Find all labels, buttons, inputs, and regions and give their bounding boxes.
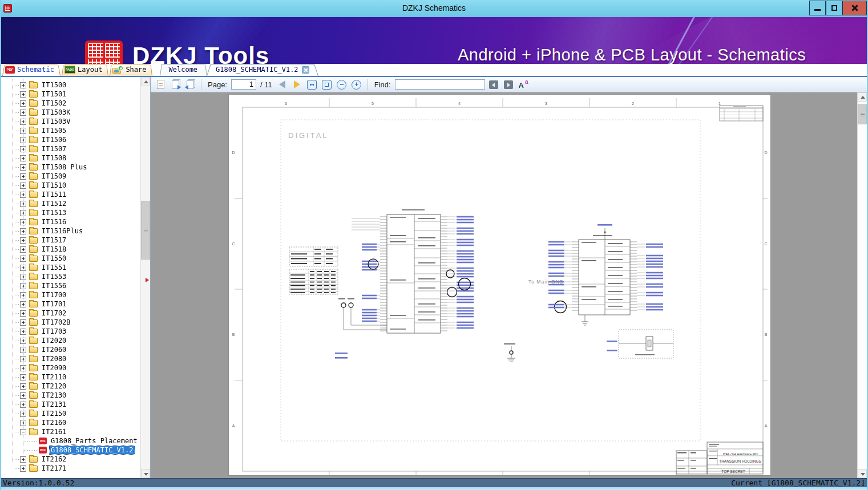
tree-item[interactable]: IT1508 (1, 153, 140, 163)
viewer-scrollbar[interactable] (857, 92, 867, 478)
expand-icon[interactable] (20, 329, 26, 335)
expand-icon[interactable] (20, 338, 26, 344)
tree-item[interactable]: IT1505 (1, 126, 140, 135)
expand-icon[interactable] (20, 82, 26, 88)
tree-item[interactable]: IT2020 (1, 336, 140, 345)
fit-page-button[interactable] (321, 78, 333, 91)
expand-icon[interactable] (20, 119, 26, 125)
minimize-button[interactable] (809, 1, 826, 15)
find-next-button[interactable] (502, 78, 515, 91)
tree-item[interactable]: IT1501 (1, 90, 140, 99)
previous-page-button[interactable] (276, 78, 289, 91)
tree-item[interactable]: IT1517 (1, 236, 140, 245)
expand-icon[interactable] (20, 256, 26, 262)
tree-item[interactable]: IT1502 (1, 99, 140, 108)
expand-icon[interactable] (20, 201, 26, 207)
expand-icon[interactable] (20, 237, 26, 244)
tree-item[interactable]: IT1700 (1, 290, 140, 299)
tree-item[interactable]: IT1703 (1, 327, 140, 336)
tree-item[interactable]: IT2131 (1, 400, 140, 409)
expand-icon[interactable] (20, 183, 26, 189)
tree-item[interactable]: IT1551 (1, 263, 140, 272)
tab-share[interactable]: Share (110, 63, 152, 76)
doc-tab-welcome[interactable]: Welcome (160, 63, 207, 76)
expand-icon[interactable] (20, 173, 26, 180)
tree-item[interactable]: IT2130 (1, 391, 140, 400)
tree-item[interactable]: IT2171 (1, 464, 140, 473)
close-button[interactable] (842, 1, 867, 15)
find-input[interactable] (395, 79, 485, 90)
expand-icon[interactable] (20, 456, 26, 463)
tree-item[interactable]: IT1516 (1, 217, 140, 226)
rotate-right-button[interactable] (169, 78, 181, 91)
single-page-button[interactable] (154, 78, 167, 91)
splitter-collapse-icon[interactable] (146, 278, 149, 282)
expand-icon[interactable] (20, 283, 26, 289)
expand-icon[interactable] (20, 402, 26, 408)
expand-icon[interactable] (20, 274, 26, 280)
doc-tab-schematic-file[interactable]: G1808_SCHEMATIC_V1.2 (207, 63, 318, 76)
expand-icon[interactable] (20, 210, 26, 216)
rotate-left-button[interactable] (184, 78, 196, 91)
pdf-viewer-canvas[interactable]: 654321DDCCBBAA DIGITAL To Main GND ITEL-… (151, 92, 867, 478)
collapse-icon[interactable] (20, 429, 26, 435)
expand-icon[interactable] (20, 164, 26, 171)
expand-icon[interactable] (20, 301, 26, 307)
expand-icon[interactable] (20, 219, 26, 225)
tree-item[interactable]: IT1508 Plus (1, 163, 140, 172)
expand-icon[interactable] (20, 292, 26, 298)
expand-icon[interactable] (20, 128, 26, 134)
close-tab-icon[interactable] (302, 66, 309, 74)
tree-item[interactable]: IT1511 (1, 190, 140, 199)
expand-icon[interactable] (20, 137, 26, 143)
zoom-out-button[interactable]: − (336, 78, 348, 91)
expand-icon[interactable] (20, 383, 26, 390)
tree-item[interactable]: IT2160 (1, 418, 140, 427)
expand-icon[interactable] (20, 100, 26, 107)
expand-icon[interactable] (20, 265, 26, 271)
expand-icon[interactable] (20, 365, 26, 371)
find-previous-button[interactable] (487, 78, 500, 91)
expand-icon[interactable] (20, 146, 26, 152)
tree-item[interactable]: IT2120 (1, 382, 140, 391)
expand-icon[interactable] (20, 228, 26, 234)
tree-item[interactable]: IT1507 (1, 144, 140, 153)
tree-item[interactable]: IT1503V (1, 117, 140, 126)
tree-scrollbar-thumb[interactable] (141, 201, 150, 260)
expand-icon[interactable] (20, 356, 26, 362)
tree-item[interactable]: IT2150 (1, 409, 140, 418)
expand-icon[interactable] (20, 392, 26, 399)
expand-icon[interactable] (20, 110, 26, 116)
tab-schematic[interactable]: PDF Schematic (2, 63, 60, 76)
tree-item[interactable]: IT2161 (1, 427, 140, 436)
tree-item[interactable]: IT1701 (1, 299, 140, 309)
tree-item[interactable]: IT1512 (1, 199, 140, 208)
tree-item[interactable]: IT1702B (1, 318, 140, 327)
scroll-down-icon[interactable] (141, 469, 150, 478)
tree-item[interactable]: IT1510 (1, 181, 140, 190)
expand-icon[interactable] (20, 91, 26, 98)
fit-width-button[interactable]: ↔ (306, 78, 318, 91)
expand-icon[interactable] (20, 310, 26, 317)
tree-item[interactable]: IT1516Plus (1, 226, 140, 236)
expand-icon[interactable] (20, 246, 26, 253)
tree-item[interactable]: IT2060 (1, 345, 140, 354)
tree-item[interactable]: IT1500 (1, 80, 140, 90)
tree-item[interactable]: IT1506 (1, 135, 140, 144)
expand-icon[interactable] (20, 347, 26, 353)
tree-item[interactable]: IT1513 (1, 208, 140, 217)
tree-item[interactable]: IT1550 (1, 254, 140, 263)
expand-icon[interactable] (20, 465, 26, 472)
next-page-button[interactable] (291, 78, 304, 91)
expand-icon[interactable] (20, 192, 26, 198)
scroll-up-icon[interactable] (141, 77, 150, 86)
tree-item[interactable]: IT1556 (1, 281, 140, 290)
tree-item[interactable]: PDFG1808_SCHEMATIC_V1.2 (1, 446, 140, 455)
expand-icon[interactable] (20, 319, 26, 326)
page-number-input[interactable] (231, 79, 256, 90)
expand-icon[interactable] (20, 411, 26, 417)
tree-item[interactable]: PDFG1808_Parts Placement (1, 436, 140, 446)
tree-item[interactable]: IT1518 (1, 245, 140, 254)
tree-item[interactable]: IT1503K (1, 108, 140, 117)
scroll-up-icon[interactable] (858, 92, 867, 102)
